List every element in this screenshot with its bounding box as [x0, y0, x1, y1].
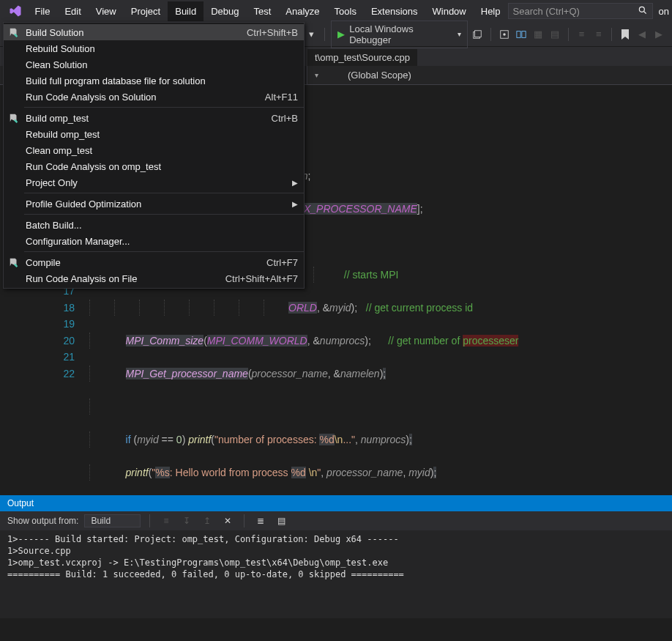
output-wrap-icon[interactable]: ≣	[253, 514, 268, 528]
menu-view[interactable]: View	[89, 1, 124, 21]
menu-window[interactable]: Window	[425, 1, 474, 21]
menu-file[interactable]: File	[27, 1, 57, 21]
scope-selector-left[interactable]: ▾	[307, 68, 326, 82]
play-icon: ▶	[337, 29, 345, 40]
menu-item-compile[interactable]: CompileCtrl+F7	[4, 254, 304, 270]
menu-tools[interactable]: Tools	[327, 1, 364, 21]
active-tab[interactable]: t\omp_test\Source.cpp	[307, 49, 417, 66]
menu-item-rebuild-omp-test[interactable]: Rebuild omp_test	[4, 126, 304, 142]
build-menu-dropdown: Build SolutionCtrl+Shift+BRebuild Soluti…	[3, 22, 305, 289]
svg-rect-5	[517, 31, 520, 37]
output-text[interactable]: 1>------ Build started: Project: omp_tes…	[0, 530, 672, 618]
svg-rect-6	[522, 31, 526, 37]
bookmark-icon[interactable]	[618, 27, 632, 42]
menu-item-configuration-manager-[interactable]: Configuration Manager...	[4, 233, 304, 249]
menu-test[interactable]: Test	[246, 1, 278, 21]
toolbar-icon-4[interactable]: ▦	[531, 27, 545, 42]
menu-project[interactable]: Project	[124, 1, 168, 21]
menu-item-build-solution[interactable]: Build SolutionCtrl+Shift+B	[4, 24, 304, 40]
menu-debug[interactable]: Debug	[204, 1, 246, 21]
search-placeholder: Search (Ctrl+Q)	[513, 6, 580, 17]
menu-item-build-full-program-database-file-for-solution[interactable]: Build full program database file for sol…	[4, 73, 304, 89]
toolbar-icon-1[interactable]	[471, 27, 485, 42]
run-label: Local Windows Debugger	[349, 23, 452, 45]
outdent-icon[interactable]: ≡	[575, 27, 589, 42]
svg-point-0	[639, 7, 644, 12]
menu-help[interactable]: Help	[474, 1, 508, 21]
output-icon-1[interactable]: ≡	[159, 514, 173, 528]
toolbar-icon-2[interactable]	[497, 27, 511, 42]
show-output-from-label: Show output from:	[7, 516, 78, 526]
build-icon	[8, 113, 20, 123]
output-toolbar: Show output from: Build ≡ ↧ ↥ ✕ ≣ ▤	[0, 511, 672, 530]
menu-item-run-code-analysis-on-solution[interactable]: Run Code Analysis on SolutionAlt+F11	[4, 89, 304, 105]
run-debugger-button[interactable]: ▶ Local Windows Debugger ▾	[331, 21, 467, 48]
search-input[interactable]: Search (Ctrl+Q)	[508, 3, 653, 19]
output-clear-icon[interactable]: ✕	[220, 514, 235, 528]
menu-item-project-only[interactable]: Project Only▶	[4, 174, 304, 190]
toolbar-icon-5[interactable]: ▤	[548, 27, 562, 42]
menu-item-run-code-analysis-on-omp-test[interactable]: Run Code Analysis on omp_test	[4, 158, 304, 174]
menu-item-build-omp-test[interactable]: Build omp_testCtrl+B	[4, 110, 304, 126]
menu-edit[interactable]: Edit	[57, 1, 88, 21]
chevron-down-icon: ▾	[458, 30, 461, 38]
menu-extensions[interactable]: Extensions	[364, 1, 425, 21]
user-label[interactable]: on	[659, 6, 669, 17]
menu-item-rebuild-solution[interactable]: Rebuild Solution	[4, 40, 304, 56]
search-icon	[638, 5, 648, 18]
chevron-down-icon: ▾	[315, 71, 318, 79]
menu-item-batch-build-[interactable]: Batch Build...	[4, 217, 304, 233]
menu-build[interactable]: Build	[168, 1, 204, 21]
output-source-dropdown[interactable]: Build	[84, 514, 141, 527]
svg-rect-2	[475, 30, 482, 37]
scope-selector-global[interactable]: (Global Scope)	[340, 67, 419, 84]
vs-logo-icon	[7, 2, 23, 20]
output-icon-end[interactable]: ▤	[274, 514, 288, 528]
toolbar-icon-3[interactable]	[514, 27, 528, 42]
menu-item-profile-guided-optimization[interactable]: Profile Guided Optimization▶	[4, 196, 304, 212]
menu-item-clean-solution[interactable]: Clean Solution	[4, 56, 304, 73]
output-icon-3[interactable]: ↥	[200, 514, 214, 528]
bookmark-next-icon[interactable]: ▶	[652, 27, 666, 42]
compile-icon	[8, 257, 20, 267]
chevron-right-icon: ▶	[292, 179, 298, 187]
menu-item-clean-omp-test[interactable]: Clean omp_test	[4, 142, 304, 158]
dropdown-icon[interactable]: ▾	[305, 27, 318, 42]
indent-icon[interactable]: ≡	[591, 27, 605, 42]
menu-bar: FileEditViewProjectBuildDebugTestAnalyze…	[0, 0, 672, 22]
output-panel-header[interactable]: Output	[0, 495, 672, 511]
menu-item-run-code-analysis-on-file[interactable]: Run Code Analysis on FileCtrl+Shift+Alt+…	[4, 270, 304, 286]
bookmark-prev-icon[interactable]: ◀	[635, 27, 649, 42]
chevron-right-icon: ▶	[292, 200, 298, 208]
output-icon-2[interactable]: ↧	[179, 514, 194, 528]
build-icon	[8, 27, 20, 37]
svg-point-4	[503, 33, 506, 36]
menu-analyze[interactable]: Analyze	[278, 1, 326, 21]
